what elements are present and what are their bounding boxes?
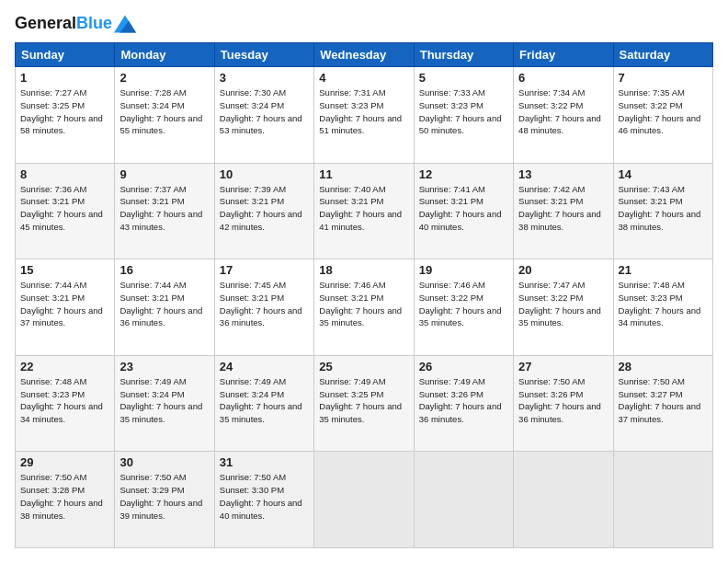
day-info: Sunrise: 7:49 AMSunset: 3:26 PMDaylight:…	[419, 375, 508, 426]
calendar-cell	[414, 452, 513, 548]
day-info: Sunrise: 7:49 AMSunset: 3:24 PMDaylight:…	[220, 375, 309, 426]
weekday-header: Friday	[514, 43, 613, 67]
day-number: 11	[319, 167, 408, 181]
calendar-cell: 8Sunrise: 7:36 AMSunset: 3:21 PMDaylight…	[16, 163, 115, 259]
day-number: 6	[518, 71, 608, 85]
day-number: 10	[220, 167, 309, 181]
logo: GeneralBlue	[15, 15, 136, 33]
calendar-cell	[613, 452, 712, 548]
day-info: Sunrise: 7:46 AMSunset: 3:22 PMDaylight:…	[419, 279, 508, 329]
day-number: 5	[419, 71, 508, 85]
header: GeneralBlue	[15, 15, 713, 33]
calendar-cell: 22Sunrise: 7:48 AMSunset: 3:23 PMDayligh…	[16, 355, 115, 452]
day-number: 24	[220, 360, 309, 373]
logo-icon	[114, 15, 136, 33]
day-info: Sunrise: 7:42 AMSunset: 3:21 PMDaylight:…	[518, 183, 608, 234]
calendar-cell: 24Sunrise: 7:49 AMSunset: 3:24 PMDayligh…	[214, 355, 313, 452]
weekday-header: Tuesday	[214, 43, 313, 67]
day-info: Sunrise: 7:50 AMSunset: 3:28 PMDaylight:…	[20, 471, 109, 522]
calendar-cell: 7Sunrise: 7:35 AMSunset: 3:22 PMDaylight…	[613, 67, 712, 164]
day-number: 1	[20, 71, 109, 85]
logo-text: GeneralBlue	[15, 15, 112, 33]
day-info: Sunrise: 7:28 AMSunset: 3:24 PMDaylight:…	[119, 86, 209, 137]
calendar-cell: 13Sunrise: 7:42 AMSunset: 3:21 PMDayligh…	[514, 163, 613, 259]
calendar-cell: 14Sunrise: 7:43 AMSunset: 3:21 PMDayligh…	[613, 163, 712, 259]
calendar-cell: 6Sunrise: 7:34 AMSunset: 3:22 PMDaylight…	[514, 67, 613, 164]
calendar-cell: 18Sunrise: 7:46 AMSunset: 3:21 PMDayligh…	[314, 259, 414, 356]
day-info: Sunrise: 7:48 AMSunset: 3:23 PMDaylight:…	[619, 279, 708, 329]
weekday-header: Saturday	[613, 43, 712, 67]
day-info: Sunrise: 7:50 AMSunset: 3:29 PMDaylight:…	[119, 471, 209, 522]
day-number: 31	[220, 455, 309, 469]
calendar-cell: 3Sunrise: 7:30 AMSunset: 3:24 PMDaylight…	[214, 67, 313, 164]
day-number: 17	[220, 263, 309, 277]
day-info: Sunrise: 7:44 AMSunset: 3:21 PMDaylight:…	[119, 279, 209, 329]
page: GeneralBlue SundayMondayTuesdayWednesday…	[0, 0, 728, 563]
day-info: Sunrise: 7:50 AMSunset: 3:27 PMDaylight:…	[619, 375, 708, 426]
calendar-cell: 17Sunrise: 7:45 AMSunset: 3:21 PMDayligh…	[214, 259, 313, 356]
day-info: Sunrise: 7:45 AMSunset: 3:21 PMDaylight:…	[220, 279, 309, 329]
day-number: 30	[119, 455, 209, 469]
day-number: 23	[119, 360, 209, 373]
day-info: Sunrise: 7:27 AMSunset: 3:25 PMDaylight:…	[20, 86, 109, 137]
calendar-cell: 30Sunrise: 7:50 AMSunset: 3:29 PMDayligh…	[115, 452, 214, 548]
day-info: Sunrise: 7:44 AMSunset: 3:21 PMDaylight:…	[20, 279, 109, 329]
day-info: Sunrise: 7:49 AMSunset: 3:24 PMDaylight:…	[119, 375, 209, 426]
calendar-cell: 12Sunrise: 7:41 AMSunset: 3:21 PMDayligh…	[414, 163, 513, 259]
day-number: 20	[518, 263, 608, 277]
day-number: 21	[619, 263, 708, 277]
day-info: Sunrise: 7:47 AMSunset: 3:22 PMDaylight:…	[518, 279, 608, 329]
day-info: Sunrise: 7:30 AMSunset: 3:24 PMDaylight:…	[220, 86, 309, 137]
day-info: Sunrise: 7:34 AMSunset: 3:22 PMDaylight:…	[518, 86, 608, 137]
weekday-header: Wednesday	[314, 43, 414, 67]
day-number: 4	[319, 71, 408, 85]
day-number: 16	[119, 263, 209, 277]
day-info: Sunrise: 7:49 AMSunset: 3:25 PMDaylight:…	[319, 375, 408, 426]
calendar-cell: 28Sunrise: 7:50 AMSunset: 3:27 PMDayligh…	[613, 355, 712, 452]
day-number: 27	[518, 360, 608, 373]
calendar-cell	[314, 452, 414, 548]
day-number: 14	[619, 167, 708, 181]
day-info: Sunrise: 7:48 AMSunset: 3:23 PMDaylight:…	[20, 375, 109, 426]
calendar-cell: 29Sunrise: 7:50 AMSunset: 3:28 PMDayligh…	[16, 452, 115, 548]
calendar-cell: 11Sunrise: 7:40 AMSunset: 3:21 PMDayligh…	[314, 163, 414, 259]
day-number: 15	[20, 263, 109, 277]
day-number: 28	[619, 360, 708, 373]
calendar-cell: 25Sunrise: 7:49 AMSunset: 3:25 PMDayligh…	[314, 355, 414, 452]
day-info: Sunrise: 7:33 AMSunset: 3:23 PMDaylight:…	[419, 86, 508, 137]
calendar-cell: 1Sunrise: 7:27 AMSunset: 3:25 PMDaylight…	[16, 67, 115, 164]
day-number: 22	[20, 360, 109, 373]
day-number: 3	[220, 71, 309, 85]
calendar-cell: 10Sunrise: 7:39 AMSunset: 3:21 PMDayligh…	[214, 163, 313, 259]
calendar-cell: 5Sunrise: 7:33 AMSunset: 3:23 PMDaylight…	[414, 67, 513, 164]
day-info: Sunrise: 7:40 AMSunset: 3:21 PMDaylight:…	[319, 183, 408, 234]
calendar-cell: 9Sunrise: 7:37 AMSunset: 3:21 PMDaylight…	[115, 163, 214, 259]
day-info: Sunrise: 7:41 AMSunset: 3:21 PMDaylight:…	[419, 183, 508, 234]
calendar-cell: 20Sunrise: 7:47 AMSunset: 3:22 PMDayligh…	[514, 259, 613, 356]
calendar-cell: 31Sunrise: 7:50 AMSunset: 3:30 PMDayligh…	[214, 452, 313, 548]
day-number: 9	[119, 167, 209, 181]
calendar-cell: 4Sunrise: 7:31 AMSunset: 3:23 PMDaylight…	[314, 67, 414, 164]
calendar-cell: 27Sunrise: 7:50 AMSunset: 3:26 PMDayligh…	[514, 355, 613, 452]
calendar: SundayMondayTuesdayWednesdayThursdayFrid…	[15, 42, 713, 548]
calendar-cell: 16Sunrise: 7:44 AMSunset: 3:21 PMDayligh…	[115, 259, 214, 356]
day-info: Sunrise: 7:39 AMSunset: 3:21 PMDaylight:…	[220, 183, 309, 234]
day-info: Sunrise: 7:50 AMSunset: 3:30 PMDaylight:…	[220, 471, 309, 522]
day-number: 18	[319, 263, 408, 277]
calendar-cell: 2Sunrise: 7:28 AMSunset: 3:24 PMDaylight…	[115, 67, 214, 164]
day-number: 19	[419, 263, 508, 277]
day-number: 25	[319, 360, 408, 373]
day-number: 12	[419, 167, 508, 181]
weekday-header: Sunday	[16, 43, 115, 67]
calendar-cell: 19Sunrise: 7:46 AMSunset: 3:22 PMDayligh…	[414, 259, 513, 356]
day-info: Sunrise: 7:36 AMSunset: 3:21 PMDaylight:…	[20, 183, 109, 234]
calendar-cell: 26Sunrise: 7:49 AMSunset: 3:26 PMDayligh…	[414, 355, 513, 452]
day-number: 7	[619, 71, 708, 85]
day-info: Sunrise: 7:50 AMSunset: 3:26 PMDaylight:…	[518, 375, 608, 426]
weekday-header: Thursday	[414, 43, 513, 67]
day-number: 29	[20, 455, 109, 469]
day-info: Sunrise: 7:43 AMSunset: 3:21 PMDaylight:…	[619, 183, 708, 234]
day-info: Sunrise: 7:35 AMSunset: 3:22 PMDaylight:…	[619, 86, 708, 137]
calendar-cell: 23Sunrise: 7:49 AMSunset: 3:24 PMDayligh…	[115, 355, 214, 452]
day-info: Sunrise: 7:37 AMSunset: 3:21 PMDaylight:…	[119, 183, 209, 234]
